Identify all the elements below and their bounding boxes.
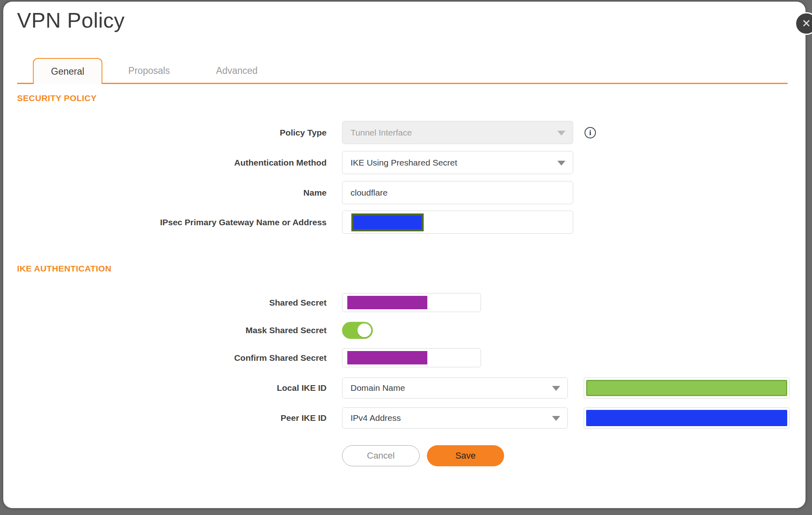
tab-proposals-label: Proposals (128, 65, 170, 76)
redacted-value (586, 410, 787, 426)
local-ike-id-type-select[interactable]: Domain Name (342, 377, 568, 399)
peer-ike-id-type-value: IPv4 Address (342, 413, 401, 423)
redacted-value (351, 213, 424, 231)
tab-advanced-label: Advanced (216, 65, 258, 76)
peer-ike-id-type-select[interactable]: IPv4 Address (342, 407, 568, 429)
mask-shared-secret-toggle[interactable] (342, 322, 373, 339)
shared-secret-row: Shared Secret (17, 293, 790, 312)
authentication-method-row: Authentication Method IKE Using Preshare… (17, 151, 790, 174)
name-row: Name cloudflare (17, 181, 790, 204)
authentication-method-label: Authentication Method (17, 158, 327, 168)
tab-advanced[interactable]: Advanced (202, 58, 271, 83)
close-icon: ✕ (802, 18, 811, 29)
mask-shared-secret-row: Mask Shared Secret (17, 322, 790, 339)
local-ike-id-row: Local IKE ID Domain Name (17, 377, 790, 399)
dialog-actions: Cancel Save (17, 445, 790, 466)
page-title: VPN Policy (17, 8, 125, 32)
ipsec-gateway-label: IPsec Primary Gateway Name or Address (17, 218, 327, 227)
redacted-value (347, 351, 427, 364)
local-ike-id-label: Local IKE ID (17, 383, 327, 393)
vpn-policy-dialog: VPN Policy General Proposals Advanced SE… (3, 2, 806, 508)
confirm-shared-secret-row: Confirm Shared Secret (17, 348, 790, 367)
tab-general[interactable]: General (33, 58, 102, 84)
vpn-policy-modal-backdrop: VPN Policy General Proposals Advanced SE… (0, 0, 812, 515)
toggle-knob (357, 323, 371, 337)
confirm-shared-secret-input[interactable] (342, 348, 481, 367)
cancel-button[interactable]: Cancel (342, 445, 420, 466)
peer-ike-id-row: Peer IKE ID IPv4 Address (17, 407, 790, 429)
peer-ike-id-label: Peer IKE ID (17, 413, 327, 423)
caret-down-icon (552, 386, 560, 391)
authentication-method-value: IKE Using Preshared Secret (342, 158, 457, 168)
policy-type-row: Policy Type Tunnel Interface i (17, 121, 790, 144)
ipsec-gateway-row: IPsec Primary Gateway Name or Address (17, 211, 790, 234)
info-icon[interactable]: i (585, 127, 596, 138)
policy-type-value: Tunnel Interface (342, 128, 412, 138)
tab-general-label: General (51, 66, 84, 77)
peer-ike-id-value-input[interactable] (584, 407, 790, 429)
confirm-shared-secret-label: Confirm Shared Secret (17, 353, 327, 363)
tab-proposals[interactable]: Proposals (115, 58, 184, 83)
local-ike-id-value-input[interactable] (584, 377, 790, 399)
local-ike-id-type-value: Domain Name (342, 383, 405, 393)
name-input[interactable]: cloudflare (342, 181, 573, 204)
name-value: cloudflare (342, 188, 388, 198)
save-button[interactable]: Save (427, 445, 504, 466)
section-heading-security-policy: SECURITY POLICY (17, 93, 97, 103)
name-label: Name (17, 188, 327, 198)
caret-down-icon (557, 161, 565, 166)
policy-type-label: Policy Type (17, 128, 327, 138)
policy-type-select: Tunnel Interface (342, 121, 573, 144)
caret-down-icon (557, 131, 565, 136)
section-heading-ike-authentication: IKE AUTHENTICATION (17, 264, 111, 274)
ipsec-gateway-input[interactable] (342, 211, 573, 234)
shared-secret-input[interactable] (342, 293, 481, 312)
mask-shared-secret-label: Mask Shared Secret (17, 325, 327, 335)
redacted-value (586, 380, 787, 396)
authentication-method-select[interactable]: IKE Using Preshared Secret (342, 151, 573, 174)
redacted-value (347, 296, 427, 309)
caret-down-icon (552, 416, 560, 421)
shared-secret-label: Shared Secret (17, 298, 327, 308)
